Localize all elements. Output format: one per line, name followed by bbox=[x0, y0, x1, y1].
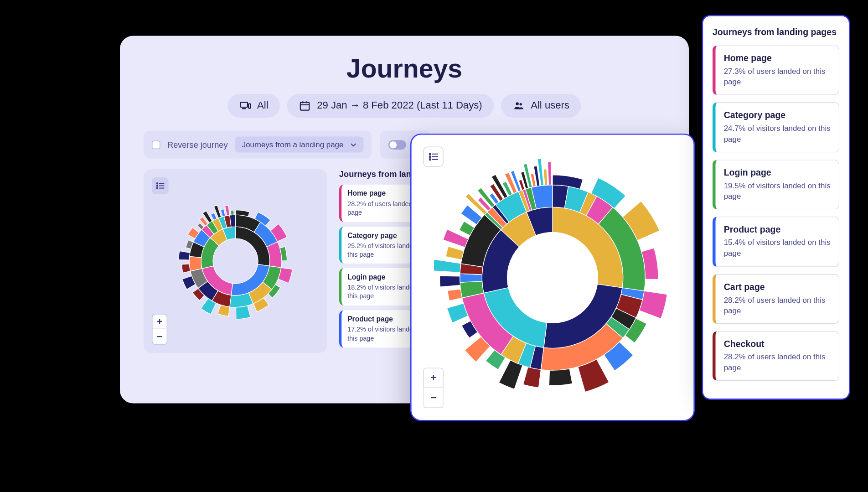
legend-card[interactable]: Home page27.3% of users landed on this p… bbox=[713, 45, 839, 95]
legend-card[interactable]: Category page24.7% of visitors landed on… bbox=[713, 102, 839, 152]
chart-overlay-panel: + − bbox=[410, 134, 695, 421]
legend-card-desc: 19.5% of visitors landed on this page bbox=[724, 180, 831, 202]
journey-toggle[interactable] bbox=[388, 140, 406, 149]
device-filter-label: All bbox=[257, 99, 269, 111]
legend-card-title: Cart page bbox=[724, 281, 831, 291]
legend-card-desc: 15.4% of visitors landed on this page bbox=[724, 237, 831, 259]
page-title: Journeys bbox=[144, 53, 665, 83]
zoom-out-button[interactable]: − bbox=[424, 388, 444, 408]
reverse-journey-option[interactable]: Reverse journey Journeys from a landing … bbox=[144, 130, 372, 158]
legend-card-title: Checkout bbox=[724, 338, 831, 348]
svg-point-7 bbox=[516, 102, 519, 105]
svg-rect-0 bbox=[240, 102, 247, 107]
legend-card-title: Home page bbox=[724, 53, 831, 63]
svg-rect-3 bbox=[300, 102, 310, 110]
chevron-down-icon bbox=[351, 143, 356, 146]
svg-point-8 bbox=[520, 103, 522, 105]
side-legend-panel: Journeys from landing pages Home page27.… bbox=[702, 15, 850, 400]
filter-row: All 29 Jan → 8 Feb 2022 (Last 11 Days) A… bbox=[144, 93, 665, 117]
svg-point-9 bbox=[157, 182, 158, 184]
side-legend-title: Journeys from landing pages bbox=[713, 26, 839, 36]
chart-small-container: + − bbox=[144, 169, 327, 353]
date-filter[interactable]: 29 Jan → 8 Feb 2022 (Last 11 Days) bbox=[287, 93, 494, 117]
dropdown-label: Journeys from a landing page bbox=[242, 140, 344, 149]
legend-card-desc: 28.2% of users landed on this page bbox=[724, 352, 831, 373]
reverse-label: Reverse journey bbox=[167, 140, 228, 149]
legend-card[interactable]: Checkout28.2% of users landed on this pa… bbox=[713, 331, 839, 381]
devices-icon bbox=[239, 99, 251, 111]
zoom-in-button[interactable]: + bbox=[424, 368, 444, 388]
legend-card[interactable]: Product page15.4% of visitors landed on … bbox=[713, 217, 839, 267]
zoom-controls-large: + − bbox=[424, 368, 444, 408]
sunburst-chart-large[interactable] bbox=[434, 159, 671, 396]
svg-rect-1 bbox=[248, 104, 250, 108]
svg-point-15 bbox=[429, 153, 431, 155]
date-filter-label: 29 Jan → 8 Feb 2022 (Last 11 Days) bbox=[317, 99, 482, 111]
legend-card-desc: 27.3% of users landed on this page bbox=[724, 66, 831, 87]
device-filter[interactable]: All bbox=[227, 93, 280, 117]
users-filter[interactable]: All users bbox=[501, 93, 581, 117]
svg-point-13 bbox=[157, 187, 158, 189]
legend-card-desc: 24.7% of visitors landed on this page bbox=[724, 123, 831, 145]
zoom-out-button[interactable]: − bbox=[152, 329, 167, 345]
legend-card[interactable]: Login page19.5% of visitors landed on th… bbox=[713, 159, 839, 209]
list-toggle-button[interactable] bbox=[152, 177, 168, 194]
list-icon bbox=[156, 182, 164, 189]
legend-card-title: Login page bbox=[724, 167, 831, 177]
legend-card-title: Category page bbox=[724, 110, 831, 120]
calendar-icon bbox=[299, 99, 311, 111]
svg-point-17 bbox=[429, 156, 431, 157]
legend-card-desc: 28.2% of users landed on this page bbox=[724, 294, 831, 316]
sunburst-chart-small[interactable] bbox=[167, 192, 304, 329]
legend-card[interactable]: Cart page28.2% of users landed on this p… bbox=[713, 274, 839, 324]
legend-card-title: Product page bbox=[724, 224, 831, 234]
users-icon bbox=[513, 99, 525, 111]
journey-type-dropdown[interactable]: Journeys from a landing page bbox=[235, 136, 363, 152]
svg-point-11 bbox=[157, 185, 158, 186]
svg-point-19 bbox=[429, 159, 431, 160]
users-filter-label: All users bbox=[531, 99, 569, 111]
zoom-controls-small: + − bbox=[152, 314, 167, 345]
reverse-checkbox[interactable] bbox=[152, 140, 160, 148]
zoom-in-button[interactable]: + bbox=[152, 314, 167, 329]
